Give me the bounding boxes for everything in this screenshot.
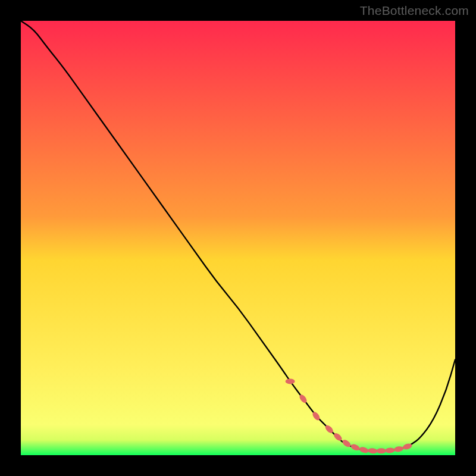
bottleneck-curve-canvas — [21, 21, 455, 455]
chart-plot-area — [21, 21, 455, 455]
chart-frame: TheBottleneck.com — [0, 0, 476, 476]
attribution-label: TheBottleneck.com — [360, 4, 469, 18]
